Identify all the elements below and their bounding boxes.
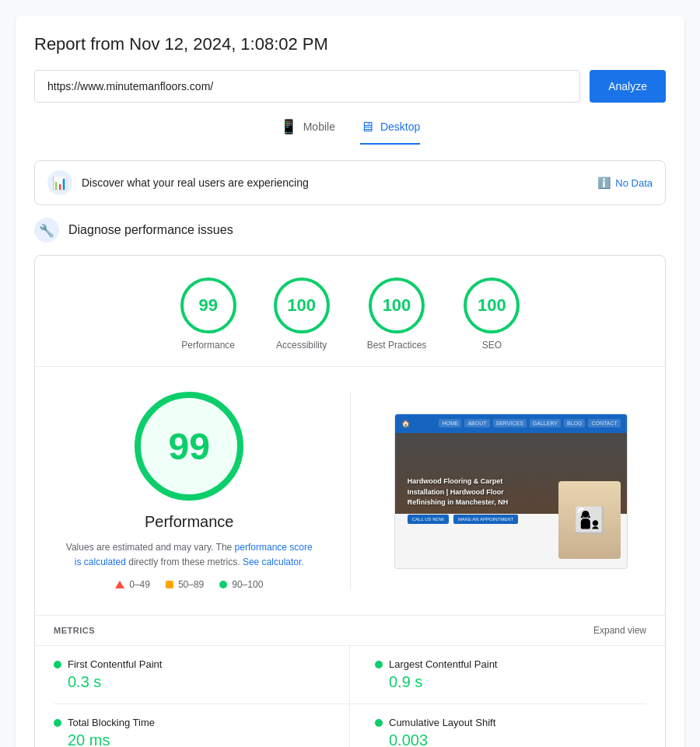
analyze-button[interactable]: Analyze (590, 70, 666, 103)
report-title: Report from Nov 12, 2024, 1:08:02 PM (34, 34, 666, 54)
metric-cls-dot (375, 719, 383, 727)
score-item-best-practices[interactable]: 100 Best Practices (367, 278, 427, 351)
screenshot-person: 👩‍👦 (558, 481, 621, 559)
metrics-label: METRICS (54, 626, 95, 635)
real-users-banner: 📊 Discover what your real users are expe… (34, 160, 666, 205)
nav-gallery: GALLERY (530, 419, 561, 428)
diagnose-section-header: 🔧 Diagnose performance issues (34, 218, 666, 243)
main-card: 99 Performance 100 Accessibility 100 Bes… (34, 255, 666, 747)
legend-fail-range: 0–49 (129, 579, 150, 590)
score-circle-accessibility: 100 (274, 278, 330, 333)
screenshot-header: 🏠 HOME ABOUT SERVICES GALLERY BLOG CONTA… (395, 414, 627, 433)
perf-title: Performance (145, 513, 234, 531)
perf-divider (350, 392, 351, 590)
mobile-icon: 📱 (280, 118, 297, 135)
score-value-accessibility: 100 (287, 295, 316, 316)
score-value-best-practices: 100 (383, 295, 411, 316)
average-square-icon (166, 581, 173, 588)
score-label-best-practices: Best Practices (367, 340, 427, 351)
screenshot-btn-appt: MAKE AN APPOINTMENT (453, 515, 518, 524)
score-label-performance: Performance (181, 340, 235, 351)
calculator-link[interactable]: See calculator. (243, 557, 304, 567)
screenshot-btn-call: CALL US NOW (408, 515, 449, 524)
metric-lcp-name: Largest Contentful Paint (389, 658, 497, 670)
score-circle-performance: 99 (180, 278, 236, 333)
metric-tbt-name: Total Blocking Time (68, 717, 155, 728)
no-data-label: No Data (615, 177, 653, 189)
metric-fcp-dot (54, 661, 61, 668)
big-score-value: 99 (169, 425, 210, 468)
perf-right: 🏠 HOME ABOUT SERVICES GALLERY BLOG CONTA… (376, 392, 647, 590)
perf-left: 99 Performance Values are estimated and … (54, 392, 325, 590)
score-item-performance[interactable]: 99 Performance (180, 278, 236, 351)
metric-fcp: First Contentful Paint 0.3 s (54, 646, 350, 704)
perf-note: Values are estimated and may vary. The p… (65, 540, 313, 570)
desktop-icon: 🖥 (360, 119, 374, 135)
fail-triangle-icon (115, 581, 124, 588)
tab-mobile-label: Mobile (303, 120, 335, 133)
score-label-accessibility: Accessibility (276, 340, 327, 351)
diagnose-title: Diagnose performance issues (68, 223, 233, 237)
nav-blog: BLOG (564, 419, 585, 428)
screenshot-heading: Hardwood Flooring & Carpet Installation … (408, 476, 516, 508)
metrics-header: METRICS Expand view (35, 616, 665, 646)
banner-icon: 📊 (47, 170, 72, 195)
legend-row: 0–49 50–89 90–100 (115, 579, 263, 590)
info-icon: ℹ️ (597, 176, 611, 189)
url-input[interactable] (34, 70, 580, 103)
tab-desktop-label: Desktop (380, 120, 420, 133)
diagnose-icon: 🔧 (34, 218, 59, 243)
metric-fcp-name-row: First Contentful Paint (54, 658, 324, 670)
legend-item-good: 90–100 (219, 579, 263, 590)
tab-mobile[interactable]: 📱 Mobile (280, 118, 335, 145)
tabs-row: 📱 Mobile 🖥 Desktop (34, 118, 666, 145)
site-screenshot: 🏠 HOME ABOUT SERVICES GALLERY BLOG CONTA… (394, 414, 628, 569)
expand-view-button[interactable]: Expand view (593, 625, 646, 636)
url-bar-row: Analyze (34, 70, 666, 103)
metric-lcp: Largest Contentful Paint 0.9 s (350, 646, 646, 704)
banner-left: 📊 Discover what your real users are expe… (47, 170, 309, 195)
score-item-seo[interactable]: 100 SEO (464, 278, 520, 351)
banner-right[interactable]: ℹ️ No Data (597, 176, 653, 189)
metric-lcp-dot (375, 661, 383, 668)
screenshot-logo: 🏠 (401, 420, 410, 428)
screenshot-body: Hardwood Flooring & Carpet Installation … (395, 433, 627, 568)
performance-panel: 99 Performance Values are estimated and … (35, 367, 665, 616)
nav-about: ABOUT (464, 419, 489, 428)
legend-item-fail: 0–49 (115, 579, 150, 590)
score-circle-best-practices: 100 (369, 278, 425, 333)
nav-contact: CONTACT (588, 419, 620, 428)
metric-cls-value: 0.003 (389, 731, 646, 747)
scores-row: 99 Performance 100 Accessibility 100 Bes… (35, 256, 665, 367)
metric-cls: Cumulative Layout Shift 0.003 (350, 704, 646, 747)
metric-cls-name: Cumulative Layout Shift (389, 717, 495, 728)
score-item-accessibility[interactable]: 100 Accessibility (274, 278, 330, 351)
metric-lcp-name-row: Largest Contentful Paint (375, 658, 646, 670)
score-circle-seo: 100 (464, 278, 520, 333)
legend-avg-range: 50–89 (178, 579, 204, 590)
metric-tbt-dot (54, 719, 61, 727)
metric-cls-name-row: Cumulative Layout Shift (375, 717, 646, 728)
legend-good-range: 90–100 (232, 579, 263, 590)
metrics-grid: First Contentful Paint 0.3 s Largest Con… (35, 646, 665, 747)
metric-fcp-value: 0.3 s (68, 673, 324, 691)
tab-desktop[interactable]: 🖥 Desktop (360, 118, 420, 145)
nav-home: HOME (439, 419, 461, 428)
score-label-seo: SEO (482, 340, 502, 351)
metric-tbt: Total Blocking Time 20 ms (54, 704, 350, 747)
good-dot-icon (219, 581, 227, 588)
big-score-circle: 99 (135, 392, 243, 501)
metric-tbt-value: 20 ms (68, 731, 324, 747)
score-value-performance: 99 (198, 295, 217, 316)
nav-services: SERVICES (493, 419, 527, 428)
metric-tbt-name-row: Total Blocking Time (54, 717, 324, 728)
score-value-seo: 100 (478, 295, 506, 316)
page-container: Report from Nov 12, 2024, 1:08:02 PM Ana… (16, 16, 684, 747)
banner-text: Discover what your real users are experi… (82, 176, 309, 189)
legend-item-average: 50–89 (166, 579, 204, 590)
metric-lcp-value: 0.9 s (389, 673, 646, 691)
metric-fcp-name: First Contentful Paint (68, 658, 162, 670)
